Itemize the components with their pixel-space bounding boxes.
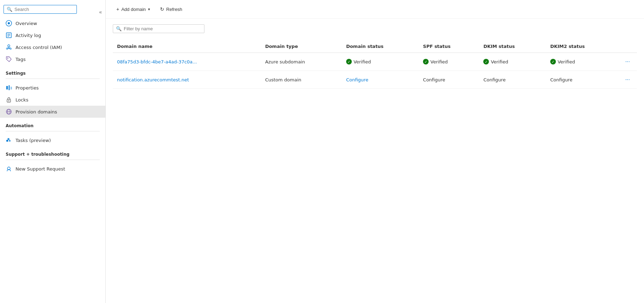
row-ellipsis-button[interactable]: ··· — [622, 75, 633, 84]
sidebar-item-tasks[interactable]: Tasks (preview) — [0, 134, 105, 146]
table-row: 08fa75d3-bfdc-4be7-a4ad-37c0a...Azure su… — [113, 53, 637, 71]
activity-icon — [6, 32, 12, 38]
tags-icon — [6, 56, 12, 62]
sidebar: 🔍 « Overview Activity log — [0, 0, 106, 303]
sidebar-item-locks[interactable]: Locks — [0, 94, 105, 106]
sidebar-item-activity-log[interactable]: Activity log — [0, 29, 105, 41]
col-header-domain-type: Domain type — [261, 40, 342, 53]
svg-rect-24 — [8, 138, 10, 140]
filter-bar[interactable]: 🔍 — [113, 24, 204, 33]
cell-row-actions[interactable]: ··· — [618, 53, 637, 71]
add-domain-button[interactable]: + Add domain ▾ — [113, 4, 154, 14]
locks-label: Locks — [16, 97, 28, 103]
refresh-icon: ↻ — [160, 6, 164, 12]
table-header-row: Domain name Domain type Domain status SP… — [113, 40, 637, 53]
col-header-domain-status: Domain status — [342, 40, 419, 53]
cell-spf-status: Configure — [419, 71, 479, 89]
configure-link[interactable]: Configure — [346, 77, 368, 82]
search-box[interactable]: 🔍 — [4, 5, 77, 14]
tasks-icon — [6, 137, 12, 143]
content-area: 🔍 Domain name Domain type Domain status … — [106, 19, 644, 303]
search-row: 🔍 « — [0, 3, 105, 17]
col-header-actions — [618, 40, 637, 53]
status-verified: ✓Verified — [423, 59, 475, 64]
support-section-header: Support + troubleshooting — [0, 146, 105, 158]
iam-icon — [6, 44, 12, 50]
chevron-down-icon: ▾ — [148, 7, 150, 12]
add-domain-label: Add domain — [121, 7, 146, 12]
support-divider — [6, 160, 100, 160]
sidebar-item-tags[interactable]: Tags — [0, 53, 105, 65]
sidebar-item-new-support[interactable]: New Support Request — [0, 163, 105, 175]
cell-domain-name[interactable]: notification.azurecommtest.net — [113, 71, 261, 89]
cell-row-actions[interactable]: ··· — [618, 71, 637, 89]
svg-point-7 — [6, 48, 8, 49]
tasks-label: Tasks (preview) — [16, 138, 51, 143]
svg-rect-22 — [6, 140, 8, 142]
settings-section-header: Settings — [0, 65, 105, 77]
cell-spf-status: ✓Verified — [419, 53, 479, 71]
domain-name-link[interactable]: notification.azurecommtest.net — [117, 77, 189, 82]
check-icon: ✓ — [423, 59, 429, 64]
collapse-button[interactable]: « — [96, 9, 105, 15]
svg-point-6 — [8, 45, 10, 47]
cell-domain-type: Custom domain — [261, 71, 342, 89]
automation-section-header: Automation — [0, 118, 105, 130]
svg-point-8 — [10, 48, 11, 49]
search-icon: 🔍 — [7, 7, 12, 12]
cell-domain-status[interactable]: Configure — [342, 71, 419, 89]
plus-icon: + — [116, 6, 119, 12]
svg-rect-23 — [9, 140, 11, 142]
toolbar: + Add domain ▾ ↻ Refresh — [106, 0, 644, 19]
col-header-domain-name: Domain name — [113, 40, 261, 53]
table-row: notification.azurecommtest.netCustom dom… — [113, 71, 637, 89]
properties-label: Properties — [16, 85, 39, 91]
svg-rect-14 — [6, 86, 8, 89]
check-icon: ✓ — [346, 59, 352, 64]
sidebar-item-properties[interactable]: Properties — [0, 82, 105, 94]
provision-domains-label: Provision domains — [16, 109, 57, 115]
filter-input[interactable] — [124, 26, 201, 31]
settings-divider — [6, 79, 100, 79]
status-verified: ✓Verified — [346, 59, 415, 64]
col-header-dkim2-status: DKIM2 status — [546, 40, 618, 53]
cell-dkim2-status: Configure — [546, 71, 618, 89]
main-content: + Add domain ▾ ↻ Refresh 🔍 Domain name D… — [106, 0, 644, 303]
search-input[interactable] — [14, 7, 74, 12]
new-support-label: New Support Request — [16, 166, 65, 172]
sidebar-item-iam[interactable]: Access control (IAM) — [0, 41, 105, 53]
tags-label: Tags — [16, 57, 26, 62]
row-ellipsis-button[interactable]: ··· — [622, 57, 633, 66]
overview-icon — [6, 20, 12, 26]
col-header-spf-status: SPF status — [419, 40, 479, 53]
domains-table: Domain name Domain type Domain status SP… — [113, 40, 637, 89]
iam-label: Access control (IAM) — [16, 45, 62, 50]
filter-icon: 🔍 — [116, 26, 122, 31]
cell-dkim-status: ✓Verified — [479, 53, 546, 71]
cell-dkim2-status: ✓Verified — [546, 53, 618, 71]
refresh-label: Refresh — [166, 7, 183, 12]
cell-domain-status: ✓Verified — [342, 53, 419, 71]
sidebar-item-overview[interactable]: Overview — [0, 17, 105, 29]
domain-name-link[interactable]: 08fa75d3-bfdc-4be7-a4ad-37c0a... — [117, 59, 197, 64]
check-icon: ✓ — [483, 59, 489, 64]
check-icon: ✓ — [550, 59, 556, 64]
svg-rect-16 — [11, 87, 12, 89]
svg-point-18 — [8, 100, 10, 101]
col-header-dkim-status: DKIM status — [479, 40, 546, 53]
overview-label: Overview — [16, 21, 37, 26]
activity-log-label: Activity log — [16, 33, 41, 38]
status-verified: ✓Verified — [483, 59, 542, 64]
automation-divider — [6, 131, 100, 131]
provision-icon — [6, 109, 12, 115]
refresh-button[interactable]: ↻ Refresh — [157, 4, 186, 14]
properties-icon — [6, 85, 12, 91]
svg-point-1 — [8, 22, 10, 24]
locks-icon — [6, 97, 12, 103]
support-icon — [6, 166, 12, 172]
svg-point-13 — [7, 58, 8, 59]
svg-rect-15 — [8, 85, 10, 90]
sidebar-item-provision-domains[interactable]: Provision domains — [0, 106, 105, 118]
status-verified: ✓Verified — [550, 59, 614, 64]
cell-domain-name[interactable]: 08fa75d3-bfdc-4be7-a4ad-37c0a... — [113, 53, 261, 71]
